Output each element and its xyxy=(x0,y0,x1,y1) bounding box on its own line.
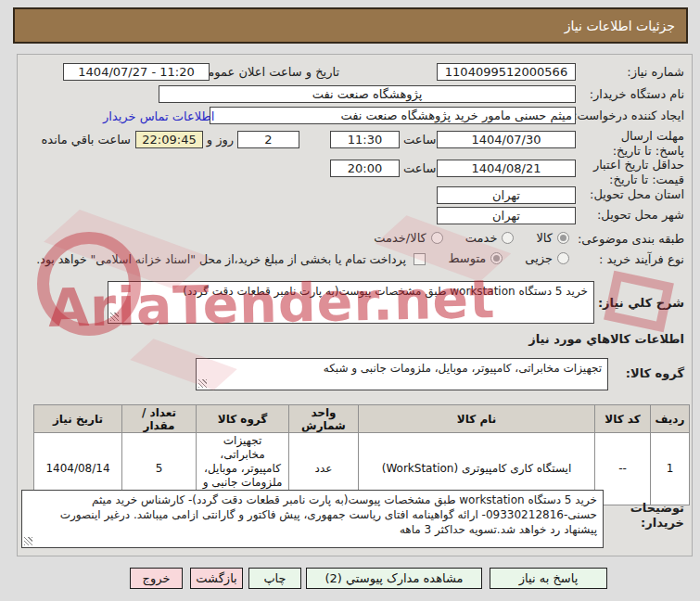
need-description-label: شرح کلي نیاز: xyxy=(598,296,684,310)
reply-to-need-button[interactable]: پاسخ به نیاز xyxy=(490,568,607,589)
need-number-field[interactable]: 1104099512000566 xyxy=(437,63,576,81)
goods-table-header-row: ردیف کد کالا نام کالا واحد شمارش گروه کا… xyxy=(34,405,690,433)
print-button[interactable]: چاپ xyxy=(248,568,301,589)
province-label: استان محل تحویل: xyxy=(590,187,684,201)
buyer-notes-textarea[interactable]: خرید 5 دستگاه workstation طبق مشخصات پیو… xyxy=(21,490,604,548)
announce-datetime-label: تاریخ و ساعت اعلان عمومی: xyxy=(194,65,339,79)
city-value: تهران xyxy=(492,209,520,223)
view-attached-docs-button[interactable]: مشاهده مدارک پیوستي (2) xyxy=(306,568,482,589)
countdown-days-field: 2 xyxy=(237,131,299,148)
price-validity-date-field[interactable]: 1404/08/21 xyxy=(437,160,576,177)
page-title-text: جزئیات اطلاعات نیاز xyxy=(565,19,675,33)
classification-option-goods-service[interactable]: کالا/خدمت xyxy=(374,231,443,245)
reply-deadline-time-field[interactable]: 11:30 xyxy=(330,131,400,148)
resize-grip-icon[interactable] xyxy=(24,537,32,545)
process-option-medium[interactable]: متوسط xyxy=(448,251,503,265)
goods-group-textarea[interactable]: تجهیزات مخابراتی، کامپیوتر، موبایل، ملزو… xyxy=(196,358,608,390)
countdown-days: 2 xyxy=(264,133,272,147)
countdown-time: 22:09:45 xyxy=(142,133,196,147)
classification-options: کالا خدمت کالا/خدمت xyxy=(374,231,569,245)
col-unit: واحد شمارش xyxy=(289,405,359,433)
process-type-options: جزیی متوسط xyxy=(448,251,569,265)
buyer-notes-label: توضیحات خریدار: xyxy=(619,501,684,531)
countdown-days-label: روز و xyxy=(207,133,234,147)
reply-hour-label: ساعت xyxy=(403,133,436,147)
classification-option-goods-service-label: کالا/خدمت xyxy=(374,231,426,245)
creator-value: میثم حسنی مامور خرید پژوهشگاه صنعت نفت xyxy=(340,109,572,122)
radio-goods-icon[interactable] xyxy=(557,232,569,244)
buyer-org-value: پژوهشگاه صنعت نفت xyxy=(312,87,423,101)
province-field[interactable]: تهران xyxy=(437,186,576,204)
treasury-checkbox-label: پرداخت تمام یا بخشی از مبلغ خرید،از محل … xyxy=(36,252,406,266)
radio-medium-icon[interactable] xyxy=(490,252,503,264)
city-field[interactable]: تهران xyxy=(437,207,576,224)
process-option-minor[interactable]: جزیی xyxy=(525,251,569,265)
buyer-contact-link[interactable]: اطلاعات تماس خریدار xyxy=(103,109,214,123)
need-description-text: خرید 5 دستگاه workstation طبق مشخصات پیو… xyxy=(183,285,588,298)
col-quantity: تعداد / مقدار xyxy=(122,405,197,433)
province-value: تهران xyxy=(492,188,520,202)
radio-service-icon[interactable] xyxy=(502,232,514,244)
reply-deadline-time: 11:30 xyxy=(348,133,382,147)
city-label: شهر محل تحویل: xyxy=(597,208,684,222)
need-number-value: 1104099512000566 xyxy=(445,65,567,79)
reply-deadline-label: مهلت ارسال پاسخ: تا تاریخ: xyxy=(592,129,684,160)
price-validity-time-field[interactable]: 20:00 xyxy=(330,160,400,177)
creator-field[interactable]: میثم حسنی مامور خرید پژوهشگاه صنعت نفت xyxy=(210,107,576,124)
announce-datetime-field[interactable]: 1404/07/27 - 11:20 xyxy=(63,63,210,81)
tender-detail-page: { "title": "جزئیات اطلاعات نیاز", "water… xyxy=(0,0,700,601)
countdown-suffix-label: ساعت باقي مانده xyxy=(42,133,131,147)
announce-datetime-value: 1404/07/27 - 11:20 xyxy=(78,65,194,79)
reply-deadline-date-field[interactable]: 1404/07/30 xyxy=(437,131,576,148)
radio-goods-service-icon[interactable] xyxy=(431,232,443,244)
classification-option-service-label: خدمت xyxy=(465,231,498,245)
classification-option-goods[interactable]: کالا xyxy=(536,231,569,245)
page-title: جزئیات اطلاعات نیاز xyxy=(13,7,688,44)
col-need-date: تاریخ نیاز xyxy=(34,405,122,433)
reply-deadline-date: 1404/07/30 xyxy=(472,133,541,147)
process-option-minor-label: جزیی xyxy=(525,251,553,265)
need-details-panel: شماره نیاز: 1104099512000566 تاریخ و ساع… xyxy=(17,54,693,556)
classification-label: طبقه بندی موضوعی: xyxy=(578,232,684,246)
goods-info-header: اطلاعات کالاهاي مورد نیاز xyxy=(528,332,684,346)
price-validity-label: حداقل تاریخ اعتبار قیمت: تا تاریخ: xyxy=(592,158,684,188)
price-validity-date: 1404/08/21 xyxy=(472,161,541,175)
buyer-org-label: نام دستگاه خریدار: xyxy=(590,87,684,101)
exit-button[interactable]: خروج xyxy=(130,568,183,589)
col-item-group: گروه کالا xyxy=(197,405,289,433)
back-button[interactable]: بازگشت xyxy=(190,568,243,589)
price-hour-label: ساعت xyxy=(403,161,436,175)
price-validity-time: 20:00 xyxy=(348,161,382,175)
col-item-name: نام کالا xyxy=(359,405,595,433)
treasury-checkbox-icon[interactable] xyxy=(414,253,426,265)
classification-option-service[interactable]: خدمت xyxy=(465,231,515,245)
goods-group-label: گروه کالا: xyxy=(626,366,684,380)
process-type-label: نوع فرآیند خرید : xyxy=(599,252,684,266)
col-item-code: کد کالا xyxy=(595,405,651,433)
resize-grip-icon[interactable] xyxy=(110,313,119,321)
treasury-checkbox-row: پرداخت تمام یا بخشی از مبلغ خرید،از محل … xyxy=(36,252,426,266)
process-option-medium-label: متوسط xyxy=(448,251,486,265)
creator-label: ایجاد کننده درخواست: xyxy=(573,109,684,122)
radio-minor-icon[interactable] xyxy=(557,252,569,264)
need-description-textarea[interactable]: خرید 5 دستگاه workstation طبق مشخصات پیو… xyxy=(108,281,594,324)
countdown-time-field: 22:09:45 xyxy=(135,131,203,148)
col-row-number: ردیف xyxy=(651,405,690,433)
buyer-notes-text: خرید 5 دستگاه workstation طبق مشخصات پیو… xyxy=(60,493,597,536)
buyer-org-field[interactable]: پژوهشگاه صنعت نفت xyxy=(159,85,576,103)
cell-row-number: 1 xyxy=(651,433,690,505)
need-number-label: شماره نیاز: xyxy=(627,65,684,79)
classification-option-goods-label: کالا xyxy=(536,231,553,245)
resize-grip-icon[interactable] xyxy=(198,379,207,388)
goods-group-text: تجهیزات مخابراتی، کامپیوتر، موبایل، ملزو… xyxy=(324,362,602,375)
